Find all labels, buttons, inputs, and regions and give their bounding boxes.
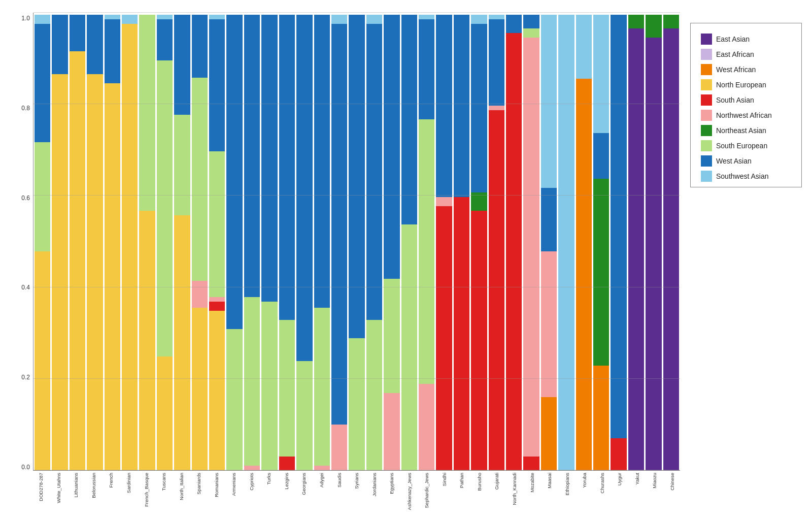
bar-stack	[244, 15, 260, 470]
legend-label: South European	[716, 142, 767, 150]
bar-segment	[122, 15, 138, 24]
bar-stack	[174, 15, 190, 470]
legend-label: East Asian	[716, 35, 750, 43]
bar-stack	[314, 15, 330, 470]
legend-swatch	[701, 125, 712, 136]
x-label-col: Lithuanians	[68, 473, 84, 498]
bar-col	[296, 15, 312, 470]
bar-segment	[471, 192, 487, 211]
bar-segment	[244, 466, 260, 470]
legend-label: West African	[716, 66, 756, 74]
bar-segment	[314, 308, 330, 466]
bar-segment	[419, 15, 434, 19]
bar-segment	[419, 19, 434, 119]
legend-item: West Asian	[701, 155, 796, 167]
bar-segment	[157, 19, 173, 60]
bar-segment	[296, 361, 312, 470]
x-label: Burusho	[477, 473, 482, 491]
x-label: Chinese	[669, 473, 675, 491]
legend-swatch	[701, 171, 712, 182]
x-label: Sephardic_Jews	[424, 473, 429, 508]
chart-body: 1.00.80.60.40.20.0 DOD278-287White_Utahn…	[10, 13, 802, 511]
bar-col	[192, 15, 208, 470]
bar-stack	[87, 15, 103, 470]
bar-segment	[209, 15, 225, 19]
x-label-col: French_Basque	[138, 473, 154, 507]
x-label-col: Georgians	[296, 473, 312, 495]
bar-segment	[349, 15, 364, 338]
bar-col	[139, 15, 155, 470]
bar-col	[87, 15, 103, 470]
x-label: Lithuanians	[73, 473, 79, 498]
bar-stack	[105, 15, 120, 470]
bar-stack	[226, 15, 242, 470]
legend-item: Southwest Asian	[701, 171, 796, 182]
x-label: White_Utahns	[56, 473, 61, 503]
bar-col	[454, 15, 469, 470]
legend-swatch	[701, 79, 712, 90]
bar-col	[489, 15, 504, 470]
x-label: Ethiopians	[564, 473, 570, 495]
bar-col	[174, 15, 190, 470]
legend-swatch	[701, 64, 712, 75]
x-label: Yakut	[634, 473, 640, 485]
bar-segment	[209, 311, 225, 470]
bar-segment	[663, 28, 679, 470]
bar-stack	[401, 15, 417, 470]
bars-wrapper	[33, 13, 680, 471]
x-label-col: Gujarati	[489, 473, 505, 490]
bar-stack	[471, 15, 487, 470]
bar-col	[576, 15, 592, 470]
bar-stack	[663, 15, 679, 470]
x-label: Ashkenazy_Jews	[407, 473, 412, 510]
legend-swatch	[701, 49, 712, 60]
x-label-col: Adygei	[314, 473, 330, 488]
bar-segment	[331, 425, 347, 470]
bar-segment	[314, 466, 330, 470]
x-label: Armenians	[231, 473, 236, 496]
bar-stack	[366, 15, 382, 470]
bar-segment	[296, 15, 312, 361]
bar-segment	[471, 15, 487, 24]
bar-segment	[279, 457, 295, 470]
bar-stack	[593, 15, 609, 470]
x-label: Georgians	[301, 473, 307, 495]
x-label: Jordanians	[371, 473, 377, 496]
x-label: Sindhi	[442, 473, 447, 486]
bar-segment	[209, 302, 225, 311]
bar-segment	[646, 15, 661, 38]
x-label-col: Tuscans	[156, 473, 172, 491]
x-label: Uygur	[617, 473, 622, 485]
bar-col	[52, 15, 67, 470]
x-label-col: Yakut	[629, 473, 646, 485]
bar-segment	[70, 51, 85, 470]
bar-segment	[105, 15, 120, 19]
x-label: Adygei	[319, 473, 324, 488]
bar-stack	[209, 15, 225, 470]
bar-segment	[401, 15, 417, 224]
bar-segment	[261, 302, 277, 470]
bar-segment	[226, 15, 242, 329]
bar-stack	[436, 15, 452, 470]
bar-segment	[105, 19, 120, 83]
x-label-col: Chinese	[664, 473, 681, 491]
bar-segment	[576, 15, 592, 79]
bar-segment	[506, 33, 522, 470]
bar-col	[122, 15, 138, 470]
bar-stack	[454, 15, 469, 470]
x-label-col: DOD278-287	[33, 473, 49, 501]
y-tick: 0.8	[21, 105, 30, 112]
bar-segment	[471, 211, 487, 470]
bar-stack	[139, 15, 155, 470]
bar-segment	[279, 15, 295, 320]
bar-segment	[471, 24, 487, 192]
bar-segment	[419, 119, 434, 383]
bar-segment	[244, 15, 260, 297]
bar-segment	[70, 15, 85, 51]
bar-segment	[489, 19, 504, 106]
legend-item: East African	[701, 49, 796, 60]
bar-segment	[52, 74, 67, 470]
bar-stack	[506, 15, 522, 470]
bar-segment	[541, 397, 557, 470]
bar-stack	[558, 15, 574, 470]
